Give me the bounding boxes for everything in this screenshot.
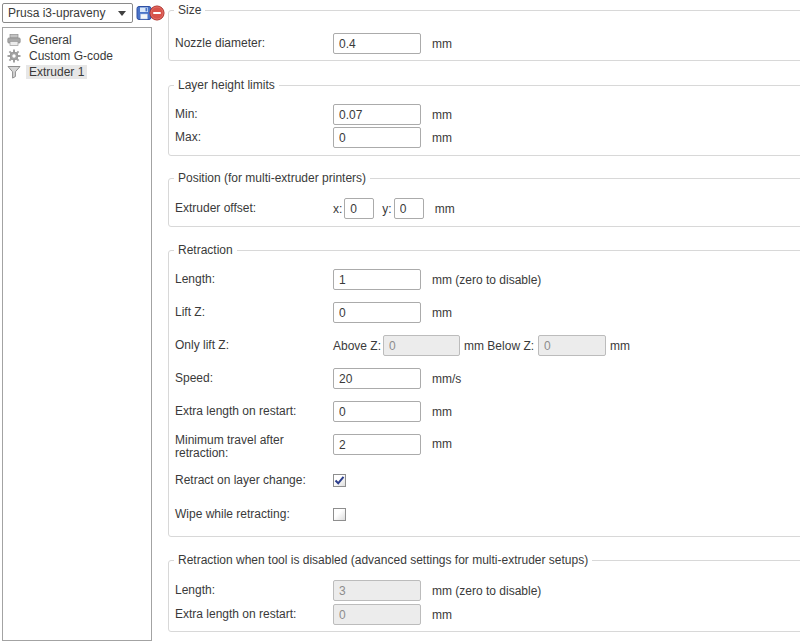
setting-label: Length:	[175, 584, 333, 597]
group-layer-height-limits: Layer height limits Min: mm Max: mm	[168, 85, 800, 156]
group-title: Position (for multi-extruder printers)	[174, 171, 370, 185]
setting-row: Lift Z: mm	[175, 302, 452, 323]
sidebar-item-label: General	[26, 33, 75, 47]
setting-row: Wipe while retracting:	[175, 507, 346, 521]
setting-row: Speed: mm/s	[175, 368, 461, 389]
setting-label: Speed:	[175, 372, 333, 385]
setting-label: Extra length on restart:	[175, 405, 333, 418]
setting-label: Wipe while retracting:	[175, 508, 333, 521]
group-toolchange-retraction: Retraction when tool is disabled (advanc…	[168, 560, 800, 632]
retract-speed-input[interactable]	[333, 368, 421, 389]
sidebar-item-extruder-1[interactable]: Extruder 1	[3, 64, 151, 80]
setting-row: Min: mm	[175, 104, 452, 125]
preset-select-value: Prusa i3-upraveny	[3, 6, 118, 20]
toolchange-retract-length-input	[333, 580, 421, 601]
unit-label: mm	[610, 339, 630, 353]
group-title: Size	[174, 3, 205, 17]
setting-row: Nozzle diameter: mm	[175, 33, 452, 54]
printer-icon	[7, 33, 21, 47]
wipe-checkbox[interactable]	[333, 508, 346, 521]
unit-label: mm	[432, 405, 452, 419]
unit-label: mm (zero to disable)	[432, 584, 541, 598]
printer-settings-window: Prusa i3-upraveny General	[0, 0, 800, 643]
setting-row: Extra length on restart: mm	[175, 401, 452, 422]
unit-label: mm	[432, 434, 452, 455]
unit-label: mm	[432, 37, 452, 51]
setting-label: Lift Z:	[175, 306, 333, 319]
setting-label: Extra length on restart:	[175, 608, 333, 621]
unit-label: mm	[432, 306, 452, 320]
nozzle-diameter-input[interactable]	[333, 33, 421, 54]
unit-label: mm/s	[432, 372, 461, 386]
sidebar-item-label: Extruder 1	[26, 65, 87, 79]
setting-row: Retract on layer change:	[175, 473, 346, 487]
x-label: x:	[333, 202, 342, 216]
setting-label: Only lift Z:	[175, 339, 333, 352]
funnel-icon	[7, 65, 21, 79]
extruder-offset-x-input[interactable]	[344, 198, 374, 219]
min-layer-height-input[interactable]	[333, 104, 421, 125]
y-label: y:	[382, 202, 391, 216]
gear-icon	[7, 49, 21, 63]
group-title: Retraction when tool is disabled (advanc…	[174, 553, 592, 567]
retract-below-z-input	[538, 335, 606, 356]
unit-label: mm	[432, 608, 452, 622]
retract-min-travel-input[interactable]	[333, 434, 421, 455]
below-z-label: mm Below Z:	[464, 339, 534, 353]
unit-label: mm (zero to disable)	[432, 273, 541, 287]
setting-label: Extruder offset:	[175, 202, 333, 215]
unit-label: mm	[432, 131, 452, 145]
setting-row: Only lift Z: Above Z: mm Below Z: mm	[175, 335, 630, 356]
setting-row: Minimum travel after retraction: mm	[175, 434, 452, 461]
setting-row: Extruder offset: x: y: mm	[175, 198, 455, 219]
retract-restart-extra-input[interactable]	[333, 401, 421, 422]
setting-label: Max:	[175, 131, 333, 144]
settings-tree: General Custom G-code Extruder 1	[2, 27, 152, 641]
retract-above-z-input	[383, 335, 460, 356]
setting-row: Max: mm	[175, 127, 452, 148]
unit-label: mm	[432, 108, 452, 122]
setting-row: Extra length on restart: mm	[175, 604, 452, 625]
setting-label: Length:	[175, 273, 333, 286]
setting-label: Retract on layer change:	[175, 474, 333, 487]
group-position: Position (for multi-extruder printers) E…	[168, 178, 800, 227]
sidebar-item-general[interactable]: General	[3, 32, 151, 48]
red-minus-icon	[149, 5, 165, 21]
group-size: Size Nozzle diameter: mm	[168, 10, 800, 61]
setting-row: Length: mm (zero to disable)	[175, 580, 541, 601]
setting-row: Length: mm (zero to disable)	[175, 269, 541, 290]
sidebar-item-custom-gcode[interactable]: Custom G-code	[3, 48, 151, 64]
retract-lift-z-input[interactable]	[333, 302, 421, 323]
toolchange-restart-extra-input	[333, 604, 421, 625]
setting-label: Nozzle diameter:	[175, 37, 333, 50]
max-layer-height-input[interactable]	[333, 127, 421, 148]
above-z-label: Above Z:	[333, 339, 381, 353]
group-title: Layer height limits	[174, 78, 279, 92]
group-title: Retraction	[174, 243, 237, 257]
extruder-offset-y-input[interactable]	[394, 198, 424, 219]
chevron-down-icon	[118, 11, 126, 16]
group-retraction: Retraction Length: mm (zero to disable) …	[168, 250, 800, 537]
setting-label: Minimum travel after retraction:	[175, 434, 333, 460]
preset-select[interactable]: Prusa i3-upraveny	[2, 3, 133, 23]
unit-label: mm	[435, 202, 455, 216]
retract-length-input[interactable]	[333, 269, 421, 290]
retract-layer-change-checkbox[interactable]	[333, 474, 346, 487]
delete-preset-button[interactable]	[149, 5, 165, 21]
setting-label: Min:	[175, 108, 333, 121]
check-icon	[334, 475, 345, 486]
sidebar-item-label: Custom G-code	[26, 49, 116, 63]
